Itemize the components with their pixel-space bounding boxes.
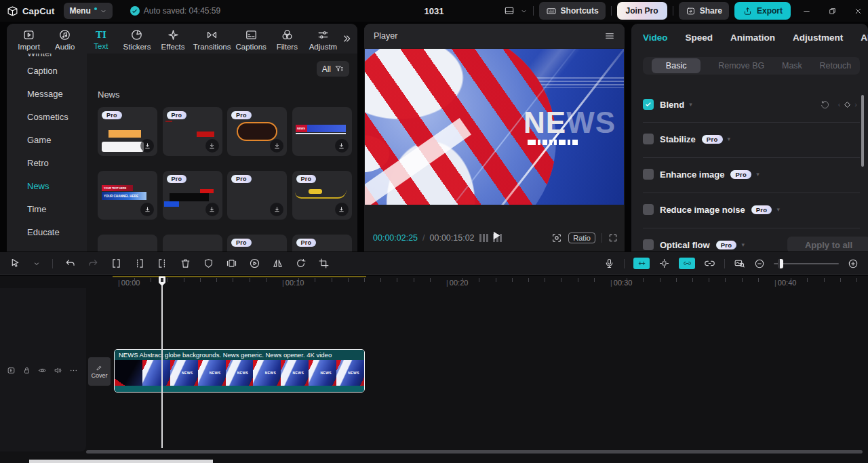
toolbar-item-audio[interactable]: Audio — [47, 26, 83, 51]
ratio-button[interactable]: Ratio — [568, 233, 595, 243]
cover-button[interactable]: Cover — [88, 357, 111, 386]
subtab-retouch[interactable]: Retouch — [820, 61, 852, 71]
tab-video[interactable]: Video — [643, 33, 668, 43]
download-icon[interactable] — [335, 203, 349, 216]
fullscreen-icon[interactable] — [608, 233, 618, 243]
chevron-down-icon[interactable]: ▾ — [776, 206, 780, 213]
trash-icon[interactable] — [180, 258, 191, 269]
subtab-mask[interactable]: Mask — [782, 61, 802, 71]
checkbox[interactable] — [643, 134, 654, 144]
template-card[interactable]: Pro — [163, 171, 222, 220]
checkbox[interactable] — [643, 239, 654, 250]
layout-chevron-icon[interactable] — [520, 7, 528, 15]
toolbar-item-transitions[interactable]: Transitions — [191, 26, 233, 51]
eye-icon[interactable] — [38, 366, 47, 375]
download-icon[interactable] — [205, 139, 219, 153]
menu-button[interactable]: Menu — [64, 3, 112, 19]
download-icon[interactable] — [270, 139, 283, 153]
download-icon[interactable] — [140, 203, 154, 216]
template-card[interactable]: NEWS — [292, 107, 352, 156]
zoom-in-icon[interactable] — [848, 258, 859, 269]
join-pro-button[interactable]: Join Pro — [617, 2, 667, 20]
sidebar-item-game[interactable]: Game — [7, 129, 87, 152]
chevron-down-icon[interactable]: ▾ — [689, 101, 692, 108]
snap-on-icon[interactable] — [633, 258, 650, 269]
sidebar-item-caption[interactable]: Caption — [7, 60, 87, 83]
trim-left-icon[interactable] — [134, 258, 145, 269]
filter-all-button[interactable]: All — [317, 61, 349, 77]
template-card[interactable]: YOUR TEXT HEREYOUR CHANNEL HERE — [98, 171, 157, 220]
track-type-icon[interactable] — [7, 366, 16, 375]
sidebar-item-news[interactable]: News — [7, 175, 87, 198]
toolbar-item-effects[interactable]: Effects — [155, 26, 191, 51]
chevron-down-icon[interactable]: ▾ — [756, 171, 760, 178]
toolbar-more-icon[interactable] — [341, 33, 357, 44]
redo-icon[interactable] — [87, 258, 99, 269]
split-icon[interactable] — [111, 258, 122, 269]
close-button[interactable] — [848, 0, 868, 22]
video-preview[interactable]: NEWS — [365, 49, 624, 205]
tab-speed[interactable]: Speed — [686, 33, 713, 43]
speed-circle-icon[interactable] — [249, 258, 260, 269]
cursor-icon[interactable] — [9, 258, 21, 269]
hamburger-icon[interactable] — [604, 31, 615, 41]
mirror-icon[interactable] — [272, 258, 283, 269]
sidebar-item-cosmetics[interactable]: Cosmetics — [7, 106, 87, 129]
volume-icon[interactable] — [54, 366, 62, 375]
checkbox[interactable] — [643, 99, 654, 110]
download-icon[interactable] — [270, 203, 283, 216]
timeline-ruler[interactable]: |00:00|00:10|00:20|00:30|00:40 — [0, 276, 868, 289]
subtab-remove-bg[interactable]: Remove BG — [718, 61, 764, 71]
zoom-out-icon[interactable] — [754, 258, 765, 269]
toolbar-item-import[interactable]: Import — [11, 26, 47, 51]
playhead[interactable] — [158, 276, 166, 287]
keyframe-controls[interactable]: ‹ › — [838, 100, 857, 109]
template-card[interactable]: Pro — [292, 235, 352, 251]
chevron-down-icon[interactable]: ▾ — [741, 241, 745, 248]
template-card[interactable]: Pro — [227, 171, 287, 220]
freeze-icon[interactable] — [203, 258, 214, 269]
sidebar-item-educate[interactable]: Educate — [7, 221, 87, 244]
overlay-box-icon[interactable] — [226, 258, 237, 269]
subtab-basic[interactable]: Basic — [652, 58, 701, 73]
checkbox[interactable] — [643, 204, 654, 215]
template-card[interactable] — [163, 235, 222, 251]
tab-adjustment[interactable]: Adjustment — [793, 33, 843, 43]
video-clip[interactable]: NEWS Abstract globe backgrounds. News ge… — [114, 349, 365, 392]
sidebar-item-message[interactable]: Message — [7, 83, 87, 106]
template-card[interactable]: Pro — [227, 107, 287, 156]
reset-icon[interactable] — [820, 100, 830, 110]
share-button[interactable]: Share — [679, 2, 729, 20]
template-card[interactable]: Pro — [98, 107, 157, 156]
sidebar-item-retro[interactable]: Retro — [7, 152, 87, 175]
scrollbar[interactable] — [861, 95, 864, 167]
link-on-icon[interactable] — [679, 258, 695, 269]
apply-to-all-button[interactable]: Apply to all — [787, 237, 868, 251]
rotate-icon[interactable] — [295, 258, 307, 269]
more-icon[interactable] — [69, 366, 78, 375]
tab-ai[interactable]: AI — [861, 32, 868, 43]
shortcuts-button[interactable]: Shortcuts — [539, 2, 606, 20]
restore-button[interactable] — [822, 0, 842, 22]
toolbar-item-filters[interactable]: Filters — [269, 26, 305, 51]
toolbar-item-captions[interactable]: Captions — [233, 26, 269, 51]
microphone-icon[interactable] — [604, 258, 615, 269]
chevron-down-icon[interactable] — [33, 260, 41, 268]
timeline[interactable]: |00:00|00:10|00:20|00:30|00:40 Cover NEW… — [0, 276, 868, 463]
horizontal-scrollbar[interactable] — [86, 450, 863, 454]
chevron-down-icon[interactable]: ▾ — [728, 136, 731, 142]
play-button[interactable] — [490, 230, 502, 241]
download-icon[interactable] — [205, 203, 219, 216]
checkbox[interactable] — [643, 169, 654, 180]
template-card[interactable]: Pro — [292, 171, 352, 220]
timeline-zoom-slider[interactable] — [774, 263, 839, 264]
export-button[interactable]: Export — [734, 2, 791, 20]
download-icon[interactable] — [335, 139, 349, 153]
toolbar-item-text[interactable]: TI Text — [83, 27, 119, 50]
toolbar-item-stickers[interactable]: Stickers — [119, 26, 155, 51]
layout-icon[interactable] — [504, 5, 515, 16]
sidebar-item-time[interactable]: Time — [7, 198, 87, 221]
undo-icon[interactable] — [64, 258, 76, 269]
frame-step-icon[interactable] — [479, 234, 488, 242]
download-icon[interactable] — [140, 139, 154, 153]
